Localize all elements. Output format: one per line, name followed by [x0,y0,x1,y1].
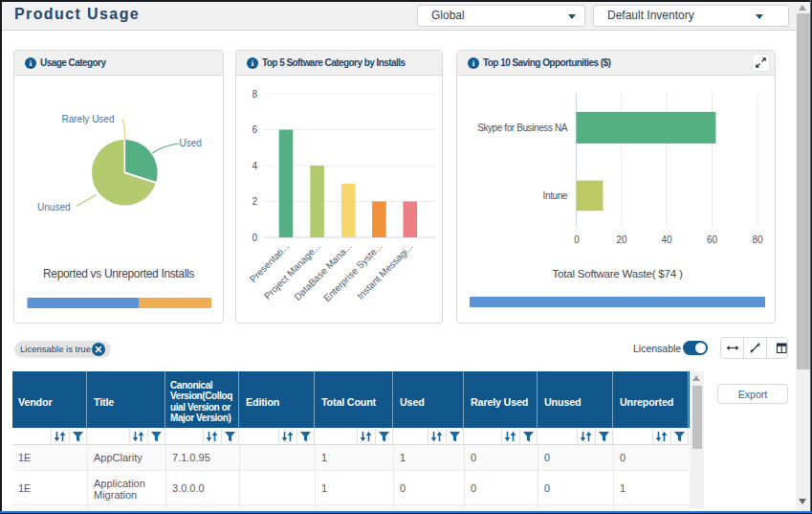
svg-text:DataBase Mana...: DataBase Mana... [292,241,353,302]
svg-text:8: 8 [252,89,257,100]
svg-text:Rarely Used: Rarely Used [61,114,114,124]
svg-text:Total Software Waste( $74 ): Total Software Waste( $74 ) [552,268,682,279]
svg-text:2: 2 [252,196,257,207]
svg-text:Reported vs Unreported Install: Reported vs Unreported Installs [43,267,194,280]
svg-text:Used: Used [180,138,202,148]
svg-text:40: 40 [661,235,672,245]
svg-text:0: 0 [252,233,257,243]
svg-text:0: 0 [574,235,580,245]
svg-text:6: 6 [252,124,257,135]
svg-text:Unused: Unused [37,202,70,212]
svg-text:Intune: Intune [543,190,568,201]
svg-text:Instant Messagi...: Instant Messagi... [355,241,415,302]
svg-text:Skype for Business NA: Skype for Business NA [477,123,568,133]
svg-text:60: 60 [707,235,718,245]
svg-text:Enterprise Syste...: Enterprise Syste... [321,241,384,304]
svg-text:4: 4 [252,161,257,171]
svg-text:80: 80 [752,235,763,245]
svg-text:Project Manage...: Project Manage... [262,241,322,302]
svg-text:20: 20 [616,235,627,245]
